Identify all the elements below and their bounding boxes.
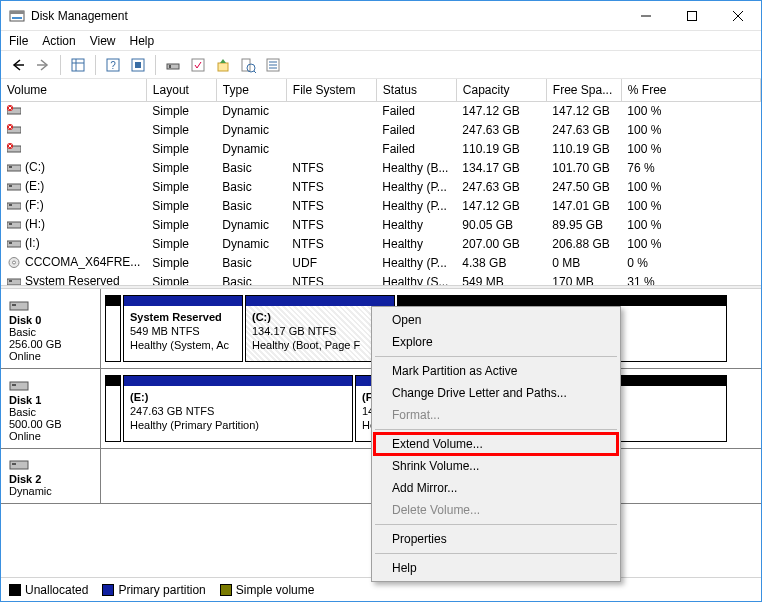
menu-view[interactable]: View (90, 34, 116, 48)
volume-row[interactable]: SimpleDynamicFailed247.63 GB247.63 GB100… (1, 121, 761, 140)
svg-point-50 (13, 261, 16, 264)
menubar: File Action View Help (1, 31, 761, 51)
volume-row[interactable]: (E:)SimpleBasicNTFSHealthy (P...247.63 G… (1, 178, 761, 197)
col-pfree: % Free (621, 79, 760, 101)
svg-rect-9 (72, 59, 84, 71)
partition[interactable]: (E:)247.63 GB NTFSHealthy (Primary Parti… (123, 375, 353, 442)
ctx-properties[interactable]: Properties (374, 528, 618, 550)
col-fs: File System (286, 79, 376, 101)
titlebar[interactable]: Disk Management (1, 1, 761, 31)
ctx-mark-active[interactable]: Mark Partition as Active (374, 360, 618, 382)
svg-rect-46 (9, 223, 12, 225)
ctx-delete-volume: Delete Volume... (374, 499, 618, 521)
svg-rect-44 (9, 204, 12, 206)
volume-row[interactable]: (F:)SimpleBasicNTFSHealthy (P...147.12 G… (1, 197, 761, 216)
col-capacity: Capacity (456, 79, 546, 101)
partition[interactable] (105, 375, 121, 442)
volume-row[interactable]: System ReservedSimpleBasicNTFSHealthy (S… (1, 273, 761, 286)
volume-list[interactable]: Volume Layout Type File System Status Ca… (1, 79, 761, 285)
disk-info[interactable]: Disk 0Basic256.00 GBOnline (1, 289, 101, 368)
volume-row[interactable]: (C:)SimpleBasicNTFSHealthy (B...134.17 G… (1, 159, 761, 178)
window-title: Disk Management (31, 9, 623, 23)
forward-button[interactable] (32, 54, 54, 76)
svg-rect-16 (167, 64, 179, 69)
action-list-button[interactable] (187, 54, 209, 76)
back-button[interactable] (7, 54, 29, 76)
ctx-change-letter[interactable]: Change Drive Letter and Paths... (374, 382, 618, 404)
svg-rect-4 (688, 11, 697, 20)
ctx-shrink-volume[interactable]: Shrink Volume... (374, 455, 618, 477)
svg-rect-48 (9, 242, 12, 244)
svg-rect-1 (10, 11, 24, 14)
ctx-extend-volume[interactable]: Extend Volume... (374, 433, 618, 455)
svg-rect-15 (135, 62, 141, 68)
menu-help[interactable]: Help (130, 34, 155, 48)
maximize-button[interactable] (669, 1, 715, 30)
show-hide-button[interactable] (162, 54, 184, 76)
ctx-help[interactable]: Help (374, 557, 618, 579)
disk-management-window: Disk Management File Action View Help ? … (0, 0, 762, 602)
settings-button[interactable] (127, 54, 149, 76)
up-button[interactable] (212, 54, 234, 76)
more-button[interactable] (262, 54, 284, 76)
col-free: Free Spa... (546, 79, 621, 101)
views-button[interactable] (67, 54, 89, 76)
close-button[interactable] (715, 1, 761, 30)
partition[interactable]: System Reserved549 MB NTFSHealthy (Syste… (123, 295, 243, 362)
disk-info[interactable]: Disk 1Basic500.00 GBOnline (1, 369, 101, 448)
svg-rect-42 (9, 185, 12, 187)
ctx-format: Format... (374, 404, 618, 426)
volume-row[interactable]: CCCOMA_X64FRE...SimpleBasicUDFHealthy (P… (1, 254, 761, 273)
disk-info[interactable]: Disk 2Dynamic (1, 449, 101, 503)
svg-line-22 (254, 71, 256, 73)
svg-text:?: ? (110, 60, 116, 71)
svg-rect-54 (12, 304, 16, 306)
toolbar: ? (1, 51, 761, 79)
ctx-add-mirror[interactable]: Add Mirror... (374, 477, 618, 499)
col-layout: Layout (146, 79, 216, 101)
help-button[interactable]: ? (102, 54, 124, 76)
column-headers[interactable]: Volume Layout Type File System Status Ca… (1, 79, 761, 101)
volume-row[interactable]: SimpleDynamicFailed147.12 GB147.12 GB100… (1, 101, 761, 121)
svg-rect-56 (12, 384, 16, 386)
svg-rect-19 (218, 63, 228, 71)
app-icon (9, 8, 25, 24)
context-menu: Open Explore Mark Partition as Active Ch… (371, 306, 621, 582)
ctx-explore[interactable]: Explore (374, 331, 618, 353)
svg-rect-52 (9, 280, 12, 282)
ctx-open[interactable]: Open (374, 309, 618, 331)
svg-rect-18 (192, 59, 204, 71)
volume-row[interactable]: SimpleDynamicFailed110.19 GB110.19 GB100… (1, 140, 761, 159)
volume-row[interactable]: (H:)SimpleDynamicNTFSHealthy90.05 GB89.9… (1, 216, 761, 235)
menu-file[interactable]: File (9, 34, 28, 48)
volume-row[interactable]: (I:)SimpleDynamicNTFSHealthy207.00 GB206… (1, 235, 761, 254)
col-volume: Volume (1, 79, 146, 101)
partition[interactable] (105, 295, 121, 362)
menu-action[interactable]: Action (42, 34, 75, 48)
minimize-button[interactable] (623, 1, 669, 30)
svg-rect-2 (12, 17, 22, 19)
svg-rect-40 (9, 166, 12, 168)
svg-rect-58 (12, 463, 16, 465)
svg-rect-17 (169, 65, 171, 68)
col-type: Type (216, 79, 286, 101)
col-status: Status (376, 79, 456, 101)
properties-button[interactable] (237, 54, 259, 76)
